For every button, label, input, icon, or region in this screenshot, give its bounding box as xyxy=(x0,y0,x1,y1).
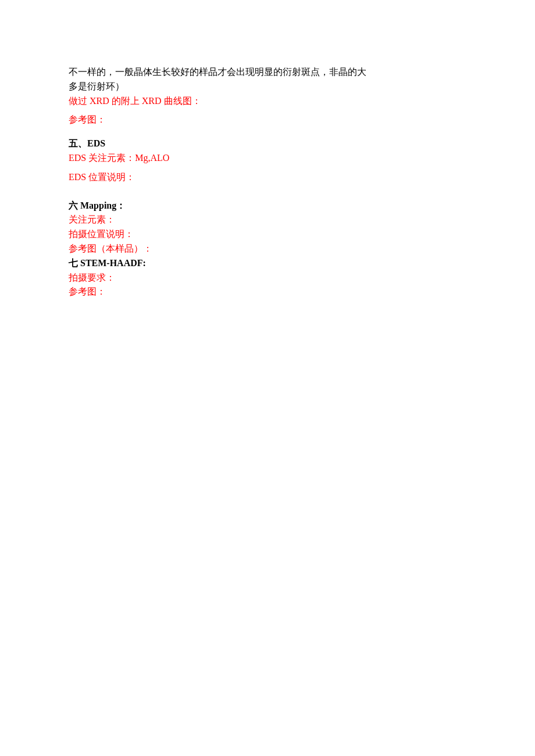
stem-haadf-reference-figure: 参考图： xyxy=(69,285,466,299)
xrd-note: 做过 XRD 的附上 XRD 曲线图： xyxy=(69,94,466,109)
stem-haadf-requirements: 拍摄要求： xyxy=(69,271,466,285)
spacer xyxy=(69,194,466,199)
section-5-heading: 五、EDS xyxy=(69,137,466,151)
section-7-heading: 七 STEM-HAADF: xyxy=(69,256,466,271)
section-5-title: EDS xyxy=(87,138,105,148)
continuation-line-1: 不一样的，一般晶体生长较好的样品才会出现明显的衍射斑点，非晶的大 xyxy=(69,65,466,80)
eds-position: EDS 位置说明： xyxy=(69,170,466,185)
section-5-prefix: 五、 xyxy=(69,138,87,148)
mapping-position: 拍摄位置说明： xyxy=(69,227,466,242)
spacer xyxy=(69,185,466,189)
section-7-title: STEM-HAADF: xyxy=(80,258,146,268)
continuation-line-2: 多是衍射环） xyxy=(69,80,466,94)
section-6-heading: 六 Mapping： xyxy=(69,199,466,213)
eds-elements: EDS 关注元素：Mg,ALO xyxy=(69,151,466,166)
spacer xyxy=(69,189,466,194)
mapping-reference-figure: 参考图（本样品）： xyxy=(69,242,466,256)
spacer xyxy=(69,132,466,137)
document-page: 不一样的，一般晶体生长较好的样品才会出现明显的衍射斑点，非晶的大 多是衍射环） … xyxy=(0,0,535,756)
mapping-elements: 关注元素： xyxy=(69,213,466,227)
spacer xyxy=(69,108,466,113)
reference-figure-label: 参考图： xyxy=(69,113,466,127)
spacer xyxy=(69,127,466,132)
section-6-prefix: 六 xyxy=(69,200,80,210)
section-7-prefix: 七 xyxy=(69,258,80,268)
spacer xyxy=(69,166,466,170)
section-6-title: Mapping： xyxy=(80,200,126,210)
